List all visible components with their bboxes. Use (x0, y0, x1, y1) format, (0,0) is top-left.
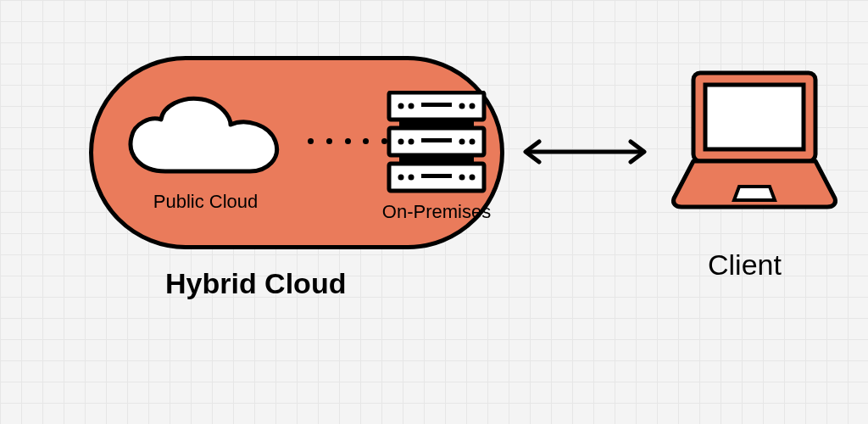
laptop-icon (670, 68, 839, 212)
on-premises-label: On-Premises (373, 201, 500, 223)
svg-point-9 (409, 139, 415, 145)
bidirectional-arrow (517, 139, 653, 165)
svg-point-3 (459, 103, 465, 109)
hybrid-cloud-title: Hybrid Cloud (165, 267, 346, 300)
svg-point-17 (459, 175, 465, 181)
svg-point-11 (470, 139, 476, 145)
svg-rect-19 (421, 174, 452, 178)
server-stack-icon (386, 91, 487, 194)
on-premises-group: On-Premises (373, 91, 500, 223)
svg-point-10 (459, 139, 465, 145)
client-label: Client (708, 248, 782, 282)
svg-point-1 (398, 103, 404, 109)
public-cloud-group: Public Cloud (119, 91, 292, 213)
hybrid-cloud-diagram: Public Cloud (0, 0, 868, 424)
svg-rect-5 (421, 103, 452, 107)
svg-point-4 (470, 103, 476, 109)
svg-point-16 (409, 175, 415, 181)
svg-rect-22 (705, 85, 804, 149)
svg-point-8 (398, 139, 404, 145)
hybrid-cloud-capsule: Public Cloud (89, 56, 504, 249)
svg-point-2 (409, 103, 415, 109)
cloud-icon (119, 91, 292, 184)
client-laptop-group (670, 68, 839, 215)
svg-point-18 (470, 175, 476, 181)
public-cloud-label: Public Cloud (119, 191, 292, 213)
svg-rect-12 (421, 138, 452, 142)
svg-point-15 (398, 175, 404, 181)
